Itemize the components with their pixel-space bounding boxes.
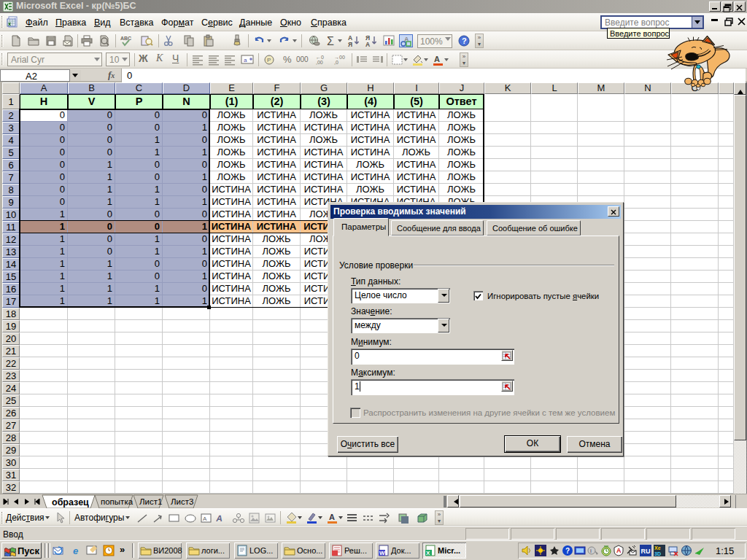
svg-text:i: i <box>590 548 592 554</box>
svg-text:Я: Я <box>348 41 352 48</box>
svg-text:A: A <box>329 513 335 521</box>
svg-text:→00: →00 <box>334 55 345 60</box>
svg-text:Р: Р <box>267 57 271 63</box>
svg-text:А: А <box>365 41 370 48</box>
svg-text:A: A <box>216 513 224 524</box>
svg-text:W: W <box>379 550 385 556</box>
svg-text:←0: ←0 <box>316 55 324 60</box>
svg-text:?: ? <box>462 36 467 45</box>
svg-text:3D: 3D <box>654 551 661 556</box>
svg-text:,0: ,0 <box>334 60 338 65</box>
svg-text:X: X <box>426 550 430 556</box>
svg-text:e: e <box>73 545 78 556</box>
svg-text:A: A <box>616 547 622 554</box>
svg-text:A: A <box>434 55 440 63</box>
svg-text:Σ: Σ <box>327 35 334 47</box>
svg-text:?: ? <box>565 547 570 555</box>
svg-text:a: a <box>244 57 247 63</box>
svg-text:,00: ,00 <box>316 60 323 65</box>
svg-text:Xe: Xe <box>654 545 661 551</box>
svg-text:A: A <box>203 516 207 522</box>
svg-text:RU: RU <box>641 548 651 555</box>
svg-text:A: A <box>404 36 409 43</box>
svg-text:ABC: ABC <box>120 36 131 41</box>
